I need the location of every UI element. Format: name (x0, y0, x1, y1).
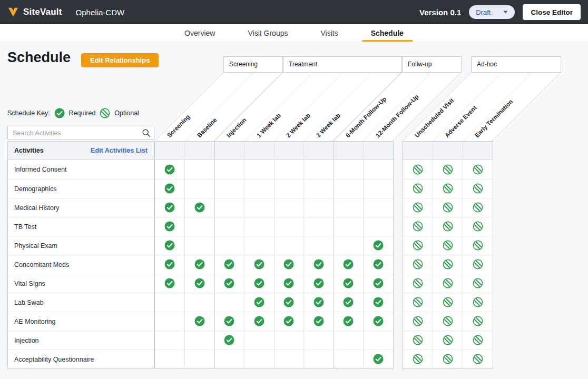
schedule-cell[interactable] (433, 236, 463, 255)
schedule-cell[interactable] (185, 160, 215, 179)
schedule-cell[interactable] (433, 274, 463, 293)
schedule-cell[interactable] (403, 350, 433, 368)
schedule-cell[interactable] (155, 236, 185, 255)
schedule-cell[interactable] (403, 255, 433, 274)
schedule-cell[interactable] (304, 350, 334, 368)
schedule-cell[interactable] (463, 312, 493, 331)
schedule-cell[interactable] (214, 312, 244, 331)
schedule-cell[interactable] (304, 331, 334, 350)
schedule-cell[interactable] (304, 236, 334, 255)
schedule-cell[interactable] (364, 331, 394, 350)
schedule-cell[interactable] (364, 255, 394, 274)
schedule-cell[interactable] (244, 255, 275, 274)
schedule-cell[interactable] (433, 198, 463, 217)
schedule-cell[interactable] (214, 255, 244, 274)
schedule-cell[interactable] (244, 179, 275, 198)
schedule-cell[interactable] (214, 293, 244, 312)
schedule-cell[interactable] (334, 236, 364, 255)
schedule-cell[interactable] (334, 217, 364, 236)
schedule-cell[interactable] (433, 179, 463, 198)
schedule-cell[interactable] (334, 350, 364, 368)
schedule-cell[interactable] (304, 217, 334, 236)
schedule-cell[interactable] (244, 274, 275, 293)
schedule-cell[interactable] (364, 274, 394, 293)
schedule-cell[interactable] (274, 331, 304, 350)
schedule-cell[interactable] (155, 255, 185, 274)
schedule-cell[interactable] (214, 198, 244, 217)
schedule-cell[interactable] (364, 217, 394, 236)
schedule-cell[interactable] (334, 331, 364, 350)
schedule-cell[interactable] (155, 293, 185, 312)
schedule-cell[interactable] (214, 331, 244, 350)
schedule-cell[interactable] (463, 274, 493, 293)
schedule-cell[interactable] (364, 198, 394, 217)
schedule-cell[interactable] (403, 331, 433, 350)
schedule-cell[interactable] (244, 350, 275, 368)
schedule-cell[interactable] (304, 198, 334, 217)
schedule-cell[interactable] (364, 236, 394, 255)
schedule-cell[interactable] (155, 312, 185, 331)
schedule-cell[interactable] (244, 312, 275, 331)
schedule-cell[interactable] (244, 236, 275, 255)
schedule-cell[interactable] (214, 179, 244, 198)
schedule-cell[interactable] (433, 293, 463, 312)
schedule-cell[interactable] (463, 331, 493, 350)
schedule-cell[interactable] (155, 217, 185, 236)
schedule-cell[interactable] (185, 179, 215, 198)
schedule-cell[interactable] (364, 160, 394, 179)
schedule-cell[interactable] (304, 274, 334, 293)
schedule-cell[interactable] (334, 160, 364, 179)
schedule-cell[interactable] (403, 293, 433, 312)
schedule-cell[interactable] (403, 179, 433, 198)
schedule-cell[interactable] (244, 198, 275, 217)
schedule-cell[interactable] (244, 160, 275, 179)
schedule-cell[interactable] (185, 236, 215, 255)
schedule-cell[interactable] (155, 160, 185, 179)
schedule-cell[interactable] (274, 160, 304, 179)
schedule-cell[interactable] (304, 312, 334, 331)
schedule-cell[interactable] (364, 350, 394, 368)
schedule-cell[interactable] (403, 217, 433, 236)
schedule-cell[interactable] (274, 255, 304, 274)
schedule-cell[interactable] (364, 179, 394, 198)
schedule-cell[interactable] (463, 255, 493, 274)
schedule-cell[interactable] (185, 350, 215, 368)
schedule-cell[interactable] (304, 179, 334, 198)
schedule-cell[interactable] (334, 179, 364, 198)
schedule-cell[interactable] (214, 350, 244, 368)
schedule-cell[interactable] (244, 331, 275, 350)
schedule-cell[interactable] (185, 331, 215, 350)
schedule-cell[interactable] (185, 255, 215, 274)
schedule-cell[interactable] (214, 274, 244, 293)
schedule-cell[interactable] (403, 312, 433, 331)
schedule-cell[interactable] (463, 160, 493, 179)
schedule-cell[interactable] (274, 217, 304, 236)
schedule-cell[interactable] (214, 160, 244, 179)
schedule-cell[interactable] (274, 179, 304, 198)
schedule-cell[interactable] (463, 198, 493, 217)
schedule-cell[interactable] (403, 160, 433, 179)
edit-activities-list-link[interactable]: Edit Activities List (91, 147, 148, 154)
schedule-cell[interactable] (185, 198, 215, 217)
schedule-cell[interactable] (463, 217, 493, 236)
schedule-cell[interactable] (185, 217, 215, 236)
schedule-cell[interactable] (334, 198, 364, 217)
schedule-cell[interactable] (214, 217, 244, 236)
schedule-cell[interactable] (403, 274, 433, 293)
schedule-cell[interactable] (364, 293, 394, 312)
schedule-cell[interactable] (274, 236, 304, 255)
schedule-cell[interactable] (214, 236, 244, 255)
schedule-cell[interactable] (304, 160, 334, 179)
schedule-cell[interactable] (244, 217, 275, 236)
schedule-cell[interactable] (155, 331, 185, 350)
schedule-cell[interactable] (155, 274, 185, 293)
schedule-cell[interactable] (274, 312, 304, 331)
schedule-cell[interactable] (155, 198, 185, 217)
schedule-cell[interactable] (433, 312, 463, 331)
schedule-cell[interactable] (463, 179, 493, 198)
schedule-cell[interactable] (334, 274, 364, 293)
schedule-cell[interactable] (185, 312, 215, 331)
schedule-cell[interactable] (433, 350, 463, 368)
schedule-cell[interactable] (433, 255, 463, 274)
schedule-cell[interactable] (155, 179, 185, 198)
